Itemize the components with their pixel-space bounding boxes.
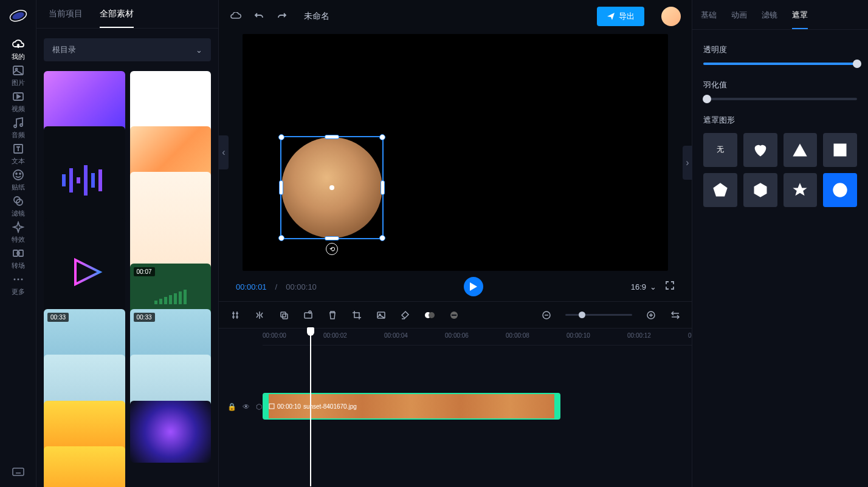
cloud-upload-icon — [12, 38, 25, 51]
asset-grid: 00:0700:3300:33 — [36, 71, 218, 487]
color-icon[interactable] — [400, 310, 411, 321]
svg-rect-22 — [62, 174, 66, 186]
svg-point-7 — [16, 173, 17, 174]
resize-handle-l[interactable] — [279, 180, 283, 195]
svg-rect-44 — [452, 315, 456, 316]
tab-mask[interactable]: 遮罩 — [792, 10, 808, 29]
asset-item[interactable] — [44, 71, 125, 134]
properties-panel: › 基础 动画 滤镜 遮罩 透明度 羽化值 遮罩图形 — [692, 0, 868, 487]
mask-shape-pentagon[interactable] — [703, 173, 737, 207]
rail-video[interactable]: 视频 — [12, 90, 25, 114]
feather-slider[interactable] — [703, 98, 857, 100]
aspect-ratio-selector[interactable]: 16:9⌄ — [631, 282, 656, 291]
copy-icon[interactable] — [278, 310, 289, 321]
clip-trim-right[interactable] — [554, 394, 559, 418]
tab-current-project[interactable]: 当前项目 — [49, 9, 83, 28]
timeline-ruler[interactable]: 00:00:0000:00:0200:00:0400:00:0600:00:08… — [263, 329, 692, 346]
tab-animation[interactable]: 动画 — [731, 10, 747, 29]
zoom-in-icon[interactable] — [646, 310, 656, 321]
asset-item[interactable] — [130, 71, 212, 134]
rail-image[interactable]: 图片 — [12, 64, 25, 87]
tab-all-assets[interactable]: 全部素材 — [100, 9, 134, 28]
undo-icon[interactable] — [253, 10, 265, 22]
redo-icon[interactable] — [276, 10, 288, 22]
image-icon — [12, 64, 25, 77]
resize-handle-tr[interactable] — [379, 134, 385, 140]
zoom-thumb[interactable] — [579, 312, 585, 318]
svg-rect-31 — [169, 295, 172, 304]
resize-handle-r[interactable] — [381, 180, 385, 195]
tab-basic[interactable]: 基础 — [701, 10, 717, 29]
mask-shape-无[interactable]: 无 — [703, 133, 737, 167]
mask-shape-hexagon[interactable] — [743, 173, 777, 207]
zoom-out-icon[interactable] — [541, 310, 552, 321]
selection-box[interactable]: ⟲ — [280, 136, 384, 239]
freeze-icon[interactable] — [303, 310, 314, 321]
mask-shape-star[interactable] — [784, 173, 818, 207]
mask-shape-triangle[interactable] — [784, 133, 818, 167]
timeline-tracks[interactable]: 🔒 👁 ⬡ 00:00:10 sunset-8401670.jpg — [219, 346, 692, 487]
mirror-icon[interactable] — [254, 310, 265, 321]
mask-shape-circle[interactable] — [823, 173, 857, 207]
mask-shape-control: 遮罩图形 无 — [703, 115, 857, 207]
tab-filter[interactable]: 滤镜 — [762, 10, 777, 29]
resize-handle-b[interactable] — [325, 236, 339, 240]
rotate-handle[interactable]: ⟲ — [326, 243, 338, 255]
magnet-icon[interactable]: ⬡ — [256, 403, 262, 411]
cloud-sync-icon[interactable] — [230, 10, 242, 22]
clip-trim-left[interactable] — [264, 394, 269, 418]
rail-transition[interactable]: 转场 — [12, 247, 25, 270]
fullscreen-icon[interactable] — [665, 281, 675, 293]
timeline-clip[interactable]: 00:00:10 sunset-8401670.jpg — [263, 393, 560, 420]
time-separator: / — [275, 282, 278, 291]
music-icon — [12, 116, 25, 129]
rail-more[interactable]: 更多 — [12, 273, 25, 296]
resize-handle-t[interactable] — [325, 135, 339, 139]
rail-filter[interactable]: 滤镜 — [12, 194, 25, 218]
keyboard-icon[interactable] — [12, 465, 25, 478]
timeline-toolbar — [219, 301, 692, 328]
rail-text[interactable]: 文本 — [12, 142, 25, 166]
collapse-right-panel[interactable]: › — [683, 146, 692, 180]
delete-icon[interactable] — [327, 310, 338, 321]
asset-item[interactable] — [44, 446, 125, 487]
feather-thumb[interactable] — [703, 95, 711, 103]
crop-icon[interactable] — [351, 310, 362, 321]
collapse-left-panel[interactable]: ‹ — [219, 135, 229, 169]
playhead[interactable] — [310, 329, 311, 486]
export-button[interactable]: 导出 — [597, 7, 644, 26]
feather-label: 羽化值 — [703, 80, 857, 90]
folder-dropdown[interactable]: 根目录 ⌄ — [44, 38, 211, 61]
svg-rect-35 — [281, 312, 286, 317]
preview-canvas[interactable]: ⟲ — [243, 34, 668, 271]
opacity-slider[interactable] — [703, 63, 857, 65]
zoom-slider[interactable] — [565, 314, 632, 316]
visibility-icon[interactable]: 👁 — [243, 403, 250, 411]
feather-control: 羽化值 — [703, 80, 857, 100]
play-button[interactable] — [464, 277, 483, 296]
document-title[interactable]: 未命名 — [304, 11, 329, 22]
opacity-thumb[interactable] — [853, 60, 861, 68]
svg-rect-29 — [159, 299, 162, 304]
mask-shape-heart[interactable] — [743, 133, 777, 167]
rail-sticker[interactable]: 贴纸 — [12, 168, 25, 192]
ruler-tick: 00:00:12 — [627, 332, 651, 339]
svg-point-6 — [13, 170, 23, 180]
resize-handle-br[interactable] — [379, 235, 385, 241]
picture-icon[interactable] — [376, 310, 387, 321]
rail-cloud-upload[interactable]: 我的 — [12, 38, 25, 61]
rail-music[interactable]: 音频 — [12, 116, 25, 140]
resize-handle-bl[interactable] — [278, 235, 284, 241]
split-icon[interactable] — [230, 310, 241, 321]
user-avatar[interactable] — [661, 7, 681, 26]
opacity-icon[interactable] — [424, 310, 435, 321]
rail-sparkle[interactable]: 特效 — [12, 220, 25, 244]
mask-shape-square[interactable] — [823, 133, 857, 167]
clip-duration: 00:00:10 — [277, 403, 301, 410]
resize-handle-tl[interactable] — [278, 134, 284, 140]
fit-icon[interactable] — [670, 310, 681, 321]
asset-item[interactable] — [130, 401, 212, 463]
svg-rect-51 — [834, 143, 847, 156]
lock-icon[interactable]: 🔒 — [227, 403, 236, 411]
remove-icon[interactable] — [449, 310, 460, 321]
